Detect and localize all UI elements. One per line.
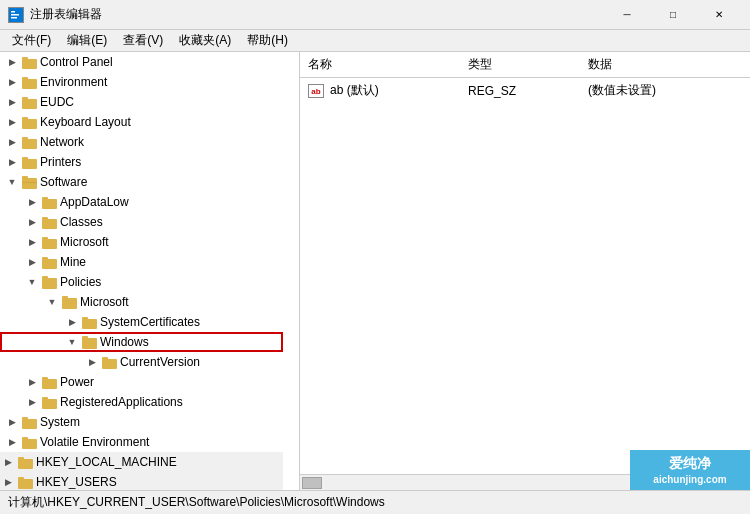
svg-rect-29 <box>62 298 77 309</box>
tree-node-registeredapplications[interactable]: ▶ RegisteredApplications <box>0 392 283 412</box>
expander-network[interactable]: ▶ <box>4 134 20 150</box>
expander-microsoft-sw[interactable]: ▶ <box>24 234 40 250</box>
svg-rect-13 <box>22 137 28 140</box>
node-label-appdatalow: AppDataLow <box>60 195 279 209</box>
svg-rect-12 <box>22 139 37 149</box>
svg-rect-14 <box>22 159 37 169</box>
expander-registeredapplications[interactable]: ▶ <box>24 394 40 410</box>
node-label-policies: Policies <box>60 275 279 289</box>
expander-windows[interactable]: ▼ <box>64 334 80 350</box>
tree-node-eudc[interactable]: ▶ EUDC <box>0 92 283 112</box>
window-controls: ─ □ ✕ <box>604 0 742 30</box>
tree-node-microsoft-pol[interactable]: ▼ Microsoft <box>0 292 283 312</box>
svg-rect-1 <box>11 11 15 13</box>
expander-eudc[interactable]: ▶ <box>4 94 20 110</box>
node-label-power: Power <box>60 375 279 389</box>
folder-icon-classes <box>42 215 58 229</box>
scroll-thumb[interactable] <box>302 477 322 489</box>
watermark-line2: aichunjing.com <box>653 473 726 486</box>
node-label-network: Network <box>40 135 279 149</box>
tree-node-volatile-environment[interactable]: ▶ Volatile Environment <box>0 432 283 452</box>
tree-node-systemcertificates[interactable]: ▶ SystemCertificates <box>0 312 283 332</box>
folder-icon-power <box>42 375 58 389</box>
folder-icon-keyboard-layout <box>22 115 38 129</box>
svg-rect-3 <box>11 17 17 19</box>
tree-node-appdatalow[interactable]: ▶ AppDataLow <box>0 192 283 212</box>
horizontal-scrollbar[interactable] <box>300 474 630 490</box>
svg-rect-37 <box>42 379 57 389</box>
expander-power[interactable]: ▶ <box>24 374 40 390</box>
node-label-windows: Windows <box>100 335 279 349</box>
expander-hkey-users[interactable]: ▶ <box>0 474 16 490</box>
tree-node-hkey-users[interactable]: ▶ HKEY_USERS <box>0 472 283 490</box>
tree-scroll[interactable]: ▶ Control Panel ▶ Environment <box>0 52 299 490</box>
tree-node-hkey-local-machine[interactable]: ▶ HKEY_LOCAL_MACHINE <box>0 452 283 472</box>
tree-node-environment[interactable]: ▶ Environment <box>0 72 283 92</box>
menu-view[interactable]: 查看(V) <box>115 30 171 51</box>
svg-rect-32 <box>82 317 88 320</box>
tree-node-mine[interactable]: ▶ Mine <box>0 252 283 272</box>
svg-rect-18 <box>22 182 37 183</box>
expander-environment[interactable]: ▶ <box>4 74 20 90</box>
tree-node-software[interactable]: ▼ Software <box>0 172 283 192</box>
tree-node-network[interactable]: ▶ Network <box>0 132 283 152</box>
menu-help[interactable]: 帮助(H) <box>239 30 296 51</box>
menu-edit[interactable]: 编辑(E) <box>59 30 115 51</box>
svg-rect-25 <box>42 259 57 269</box>
app-icon <box>8 7 24 23</box>
menu-file[interactable]: 文件(F) <box>4 30 59 51</box>
folder-icon-microsoft-sw <box>42 235 58 249</box>
menu-favorites[interactable]: 收藏夹(A) <box>171 30 239 51</box>
cell-name-default: ab ab (默认) <box>300 80 460 101</box>
svg-rect-46 <box>18 457 24 460</box>
tree-node-windows[interactable]: ▼ Windows <box>0 332 283 352</box>
folder-icon-control-panel <box>22 55 38 69</box>
expander-mine[interactable]: ▶ <box>24 254 40 270</box>
tree-node-system[interactable]: ▶ System <box>0 412 283 432</box>
expander-currentversion[interactable]: ▶ <box>84 354 100 370</box>
svg-rect-9 <box>22 97 28 100</box>
expander-classes[interactable]: ▶ <box>24 214 40 230</box>
tree-node-power[interactable]: ▶ Power <box>0 372 283 392</box>
node-label-eudc: EUDC <box>40 95 279 109</box>
tree-node-keyboard-layout[interactable]: ▶ Keyboard Layout <box>0 112 283 132</box>
svg-rect-44 <box>22 437 28 440</box>
node-label-printers: Printers <box>40 155 279 169</box>
right-panel: 名称 类型 数据 ab ab (默认) REG_SZ (数值未设置) <box>300 52 750 490</box>
expander-policies[interactable]: ▼ <box>24 274 40 290</box>
svg-rect-23 <box>42 239 57 249</box>
expander-control-panel[interactable]: ▶ <box>4 54 20 70</box>
svg-rect-26 <box>42 257 48 260</box>
close-button[interactable]: ✕ <box>696 0 742 30</box>
expander-hkey-local-machine[interactable]: ▶ <box>0 454 16 470</box>
registry-row-default[interactable]: ab ab (默认) REG_SZ (数值未设置) <box>300 78 750 103</box>
tree-node-classes[interactable]: ▶ Classes <box>0 212 283 232</box>
expander-microsoft-pol[interactable]: ▼ <box>44 294 60 310</box>
tree-node-control-panel[interactable]: ▶ Control Panel <box>0 52 283 72</box>
svg-rect-39 <box>42 399 57 409</box>
tree-node-printers[interactable]: ▶ Printers <box>0 152 283 172</box>
expander-system[interactable]: ▶ <box>4 414 20 430</box>
folder-icon-policies <box>42 275 58 289</box>
right-panel-header: 名称 类型 数据 <box>300 52 750 78</box>
main-content: ▶ Control Panel ▶ Environment <box>0 52 750 490</box>
tree-node-currentversion[interactable]: ▶ CurrentVersion <box>0 352 283 372</box>
expander-systemcertificates[interactable]: ▶ <box>64 314 80 330</box>
expander-keyboard-layout[interactable]: ▶ <box>4 114 20 130</box>
node-label-microsoft-sw: Microsoft <box>60 235 279 249</box>
expander-printers[interactable]: ▶ <box>4 154 20 170</box>
node-label-environment: Environment <box>40 75 279 89</box>
tree-node-policies[interactable]: ▼ Policies <box>0 272 283 292</box>
svg-rect-31 <box>82 319 97 329</box>
expander-volatile-environment[interactable]: ▶ <box>4 434 20 450</box>
minimize-button[interactable]: ─ <box>604 0 650 30</box>
maximize-button[interactable]: □ <box>650 0 696 30</box>
svg-rect-48 <box>18 477 24 480</box>
node-label-mine: Mine <box>60 255 279 269</box>
title-bar: 注册表编辑器 ─ □ ✕ <box>0 0 750 30</box>
tree-node-microsoft-sw[interactable]: ▶ Microsoft <box>0 232 283 252</box>
expander-software[interactable]: ▼ <box>4 174 20 190</box>
expander-appdatalow[interactable]: ▶ <box>24 194 40 210</box>
svg-rect-4 <box>22 59 37 69</box>
node-label-systemcertificates: SystemCertificates <box>100 315 279 329</box>
